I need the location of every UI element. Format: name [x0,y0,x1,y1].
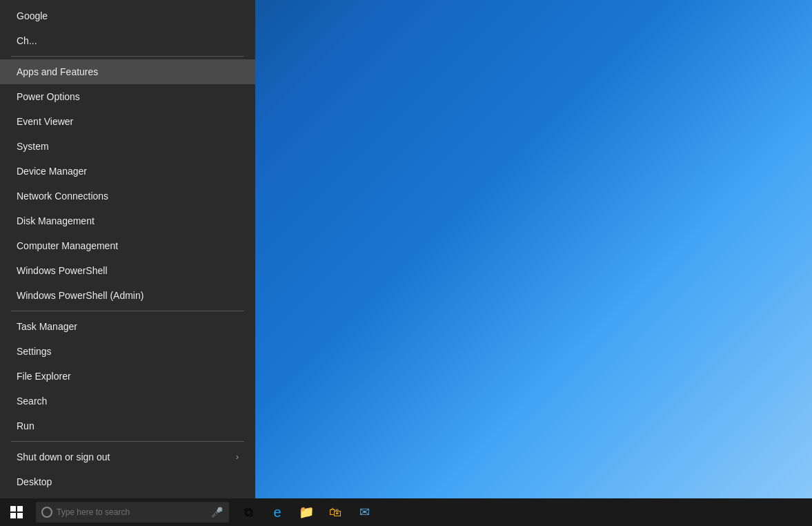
start-button[interactable] [0,498,33,526]
menu-item-event-viewer[interactable]: Event Viewer [0,109,255,134]
menu-item-chrome[interactable]: Ch... [0,28,255,53]
file-explorer-button[interactable]: 📁 [293,498,320,526]
menu-divider-bottom [11,441,244,442]
edge-icon: e [273,505,281,520]
shut-down-arrow-icon: › [236,452,239,462]
file-explorer-icon: 📁 [299,505,314,520]
menu-item-windows-powershell[interactable]: Windows PowerShell [0,258,255,283]
task-view-icon: ⧉ [244,505,253,520]
menu-item-power-options[interactable]: Power Options [0,84,255,109]
menu-item-computer-management[interactable]: Computer Management [0,233,255,258]
mail-button[interactable]: ✉ [350,498,378,526]
menu-item-run[interactable]: Run [0,413,255,438]
start-icon [10,506,23,518]
taskbar-search-input[interactable] [57,507,181,517]
mail-icon: ✉ [359,505,370,520]
microphone-icon[interactable]: 🎤 [210,505,224,519]
menu-item-windows-powershell-admin[interactable]: Windows PowerShell (Admin) [0,283,255,308]
menu-item-shut-down[interactable]: Shut down or sign out › [0,445,255,469]
context-menu: Google Ch... Apps and Features Power Opt… [0,0,255,498]
menu-item-disk-management[interactable]: Disk Management [0,208,255,233]
menu-divider-middle [11,311,244,311]
task-view-button[interactable]: ⧉ [235,498,262,526]
menu-item-file-explorer[interactable]: File Explorer [0,364,255,389]
menu-item-apps-features[interactable]: Apps and Features [0,59,255,84]
menu-item-settings[interactable]: Settings [0,339,255,364]
menu-item-task-manager[interactable]: Task Manager [0,314,255,339]
menu-item-system[interactable]: System [0,134,255,159]
store-button[interactable]: 🛍 [321,498,349,526]
menu-item-network-connections[interactable]: Network Connections [0,184,255,208]
taskbar-icons: ⧉ e 📁 🛍 ✉ [235,498,378,526]
menu-item-device-manager[interactable]: Device Manager [0,159,255,184]
taskbar: 🎤 ⧉ e 📁 🛍 ✉ [0,498,812,526]
edge-button[interactable]: e [264,498,291,526]
menu-divider-top [11,56,244,57]
menu-item-google[interactable]: Google [0,3,255,28]
menu-item-desktop[interactable]: Desktop [0,469,255,494]
search-icon [41,507,52,518]
menu-item-search[interactable]: Search [0,389,255,413]
store-icon: 🛍 [329,505,341,520]
taskbar-search-bar[interactable]: 🎤 [36,502,229,523]
